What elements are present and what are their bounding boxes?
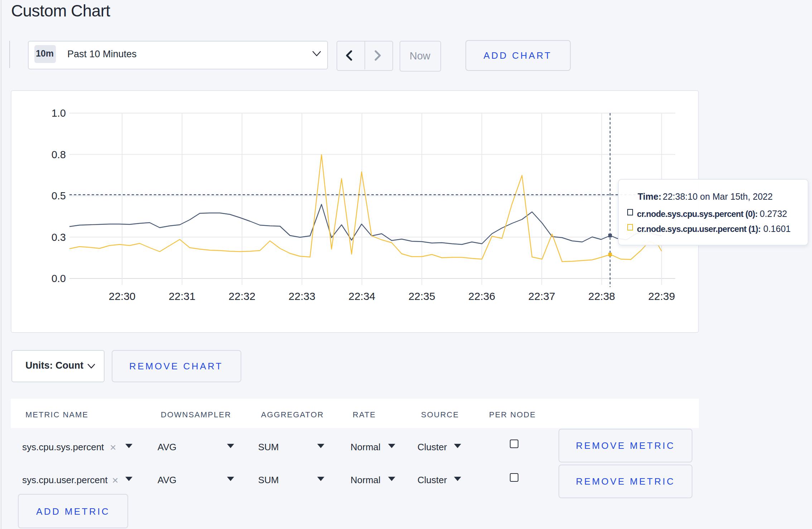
svg-text:0.5: 0.5 bbox=[52, 190, 66, 202]
svg-text:22:36: 22:36 bbox=[468, 290, 495, 302]
svg-text:22:39: 22:39 bbox=[648, 290, 675, 302]
svg-text:22:31: 22:31 bbox=[169, 290, 195, 302]
svg-text:22:30: 22:30 bbox=[108, 290, 135, 302]
svg-text:0.0: 0.0 bbox=[52, 273, 66, 284]
svg-text:22:38: 22:38 bbox=[588, 290, 615, 302]
svg-text:1.0: 1.0 bbox=[52, 107, 66, 119]
svg-text:22:35: 22:35 bbox=[409, 290, 435, 302]
svg-text:22:32: 22:32 bbox=[228, 290, 255, 302]
svg-text:22:34: 22:34 bbox=[348, 290, 375, 302]
svg-text:22:37: 22:37 bbox=[528, 290, 555, 302]
svg-text:0.3: 0.3 bbox=[52, 232, 66, 243]
svg-text:0.8: 0.8 bbox=[52, 149, 66, 160]
svg-text:22:33: 22:33 bbox=[289, 290, 315, 302]
